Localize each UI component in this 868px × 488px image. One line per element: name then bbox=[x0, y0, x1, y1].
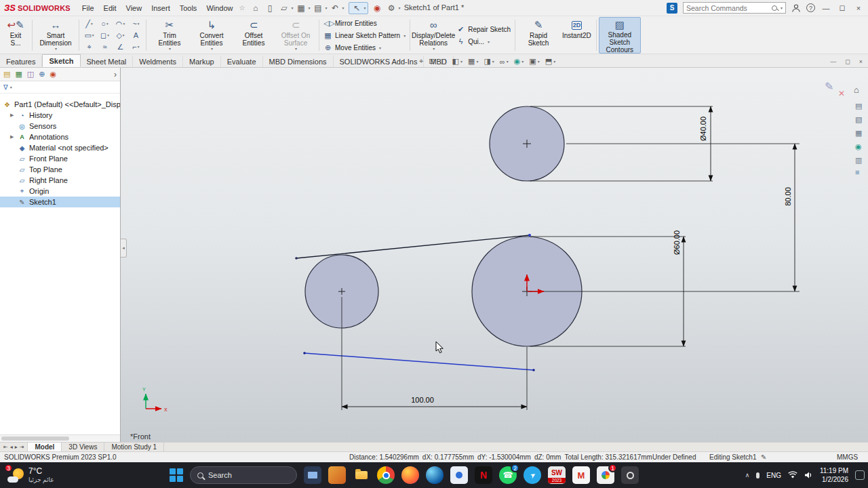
options-caret-icon[interactable]: ▾ bbox=[399, 5, 401, 10]
hidden-icons-chevron[interactable]: ∧ bbox=[745, 472, 750, 479]
arc-tool-icon[interactable]: ◠▾ bbox=[113, 18, 128, 30]
expand-chevron-icon[interactable]: ▶ bbox=[10, 113, 15, 118]
open-icon[interactable]: ▱ bbox=[277, 3, 290, 14]
text-tool-icon[interactable]: A bbox=[128, 30, 144, 41]
exit-sketch-corner-icon[interactable]: ✎ bbox=[825, 81, 833, 92]
shaded-sketch-contours-button[interactable]: ▨ Shaded Sketch Contours bbox=[599, 17, 641, 54]
wifi-icon[interactable] bbox=[788, 471, 797, 479]
photos-app-icon[interactable]: 1 bbox=[597, 466, 614, 484]
firefox-icon[interactable] bbox=[401, 466, 419, 484]
camera-app-icon[interactable] bbox=[621, 466, 639, 484]
view-strip-icon[interactable]: ▧ bbox=[855, 115, 862, 123]
doc-minimize-icon[interactable]: — bbox=[830, 58, 836, 65]
tab-motion-study-1[interactable]: Motion Study 1 bbox=[104, 443, 164, 451]
netflix-icon[interactable]: N bbox=[475, 466, 492, 484]
microphone-tray-icon[interactable] bbox=[756, 472, 760, 479]
solidworks-app-icon[interactable]: SW2023 bbox=[548, 466, 566, 484]
sketch-line-bottom[interactable] bbox=[304, 353, 534, 370]
quick-snaps-caret-icon[interactable]: ▾ bbox=[488, 39, 490, 44]
expand-chevron-icon[interactable]: ▶ bbox=[10, 134, 15, 140]
help-icon[interactable]: ? bbox=[806, 3, 815, 12]
next-tab-icon[interactable]: ▸ bbox=[15, 444, 18, 450]
section-view-icon[interactable]: ◧▾ bbox=[452, 57, 462, 66]
open-caret-icon[interactable]: ▾ bbox=[291, 5, 293, 10]
exit-sketch-button[interactable]: ↩✎ Exit S... bbox=[1, 17, 30, 54]
smart-dimension-button[interactable]: ↔ Smart Dimension ▾ bbox=[35, 17, 77, 54]
sketch-point[interactable] bbox=[532, 369, 535, 371]
tab-model[interactable]: Model bbox=[28, 443, 62, 451]
print-caret-icon[interactable]: ▾ bbox=[326, 5, 328, 10]
tree-item-top-plane[interactable]: ▱ Top Plane bbox=[0, 164, 120, 175]
polygon-tool-icon[interactable]: ◇▾ bbox=[113, 30, 128, 41]
tab-mbd-dimensions[interactable]: MBD Dimensions bbox=[263, 56, 334, 67]
tree-filter-bar[interactable]: ∇ ▾ bbox=[0, 81, 120, 94]
display-delete-relations-button[interactable]: ∞ Display/Delete Relations ▾ bbox=[412, 17, 454, 54]
tree-item-right-plane[interactable]: ▱ Right Plane bbox=[0, 175, 120, 186]
rectangle-tool-icon[interactable]: ▭▾ bbox=[81, 30, 97, 41]
weather-widget[interactable]: 3 7°C غائم جزئيا bbox=[3, 464, 58, 486]
menu-file[interactable]: File bbox=[77, 2, 99, 14]
move-entities-button[interactable]: ⊕Move Entities▾ bbox=[321, 43, 408, 53]
sketch-point[interactable] bbox=[303, 352, 306, 354]
menu-window[interactable]: Window bbox=[201, 2, 237, 14]
zoom-fit-icon[interactable]: ⌖ bbox=[419, 57, 423, 66]
view-strip-sphere-icon[interactable]: ◉ bbox=[855, 142, 862, 150]
undo-icon[interactable]: ↶ bbox=[329, 3, 342, 14]
dimension-80[interactable]: 80.00 bbox=[784, 187, 792, 206]
line-tool-icon[interactable]: ╱▾ bbox=[81, 18, 97, 30]
app-icon-orange[interactable] bbox=[328, 466, 346, 484]
trim-caret-icon[interactable]: ▾ bbox=[169, 47, 171, 52]
hide-show-items-icon[interactable]: ∞▾ bbox=[500, 58, 509, 66]
language-indicator[interactable]: ENG bbox=[766, 472, 781, 479]
angle-tool-icon[interactable]: ∠ bbox=[113, 41, 128, 53]
last-tab-icon[interactable]: ⇥ bbox=[20, 444, 24, 450]
circle-tool-icon[interactable]: ○▾ bbox=[97, 18, 113, 30]
filter-funnel-icon[interactable]: ∇ bbox=[3, 83, 8, 91]
spline-tool-icon[interactable]: ~▾ bbox=[128, 18, 144, 30]
previous-view-icon[interactable]: ◻ bbox=[440, 57, 446, 66]
chrome-icon[interactable] bbox=[377, 466, 395, 484]
convert-caret-icon[interactable]: ▾ bbox=[211, 47, 213, 52]
filter-caret-icon[interactable]: ▾ bbox=[10, 85, 12, 89]
telegram-icon[interactable]: ➤ bbox=[524, 466, 541, 484]
dimension-100[interactable]: 100.00 bbox=[411, 396, 434, 404]
menu-insert[interactable]: Insert bbox=[146, 2, 175, 14]
save-caret-icon[interactable]: ▾ bbox=[308, 5, 310, 10]
notification-center-icon[interactable] bbox=[855, 470, 865, 480]
view-orientation-icon[interactable]: ▦▾ bbox=[468, 57, 478, 66]
offset-entities-button[interactable]: ⊂ Offset Entities bbox=[233, 17, 275, 54]
linear-sketch-pattern-button[interactable]: ▦Linear Sketch Pattern▾ bbox=[321, 30, 408, 41]
gmail-icon[interactable]: M bbox=[572, 466, 590, 484]
tab-features[interactable]: Features bbox=[0, 56, 42, 67]
view-strip-icon[interactable]: ≡ bbox=[855, 168, 859, 176]
task-view-button[interactable] bbox=[304, 466, 321, 484]
doc-close-icon[interactable]: × bbox=[859, 58, 863, 65]
propertymanager-tab-icon[interactable]: ▦ bbox=[15, 70, 22, 79]
cancel-sketch-corner-icon[interactable]: ✕ bbox=[838, 89, 845, 98]
sketch-point[interactable] bbox=[295, 257, 298, 260]
displaymanager-tab-icon[interactable]: ◉ bbox=[50, 70, 56, 79]
whatsapp-icon[interactable]: ☎2 bbox=[499, 466, 517, 484]
view-strip-icon[interactable]: ▥ bbox=[855, 156, 862, 164]
view-settings-icon[interactable]: ⬒▾ bbox=[545, 57, 555, 66]
search-input[interactable] bbox=[686, 4, 769, 12]
print-icon[interactable]: ▤ bbox=[312, 3, 325, 14]
select-caret-icon[interactable]: ▾ bbox=[364, 5, 366, 10]
close-button[interactable]: × bbox=[853, 4, 864, 12]
instant2d-button[interactable]: 2D Instant2D bbox=[559, 17, 594, 54]
edit-appearance-icon[interactable]: ◉▾ bbox=[514, 57, 524, 66]
convert-entities-button[interactable]: ↳ Convert Entities ▾ bbox=[191, 17, 233, 54]
select-tool-icon[interactable]: ↖ bbox=[351, 3, 363, 14]
doc-restore-icon[interactable]: ◻ bbox=[845, 58, 850, 65]
tree-item-front-plane[interactable]: ▱ Front Plane bbox=[0, 153, 120, 164]
fillet-tool-icon[interactable]: ⌐▾ bbox=[128, 41, 144, 53]
options-gear-icon[interactable]: ⚙ bbox=[385, 3, 398, 14]
display-delete-caret-icon[interactable]: ▾ bbox=[433, 47, 435, 52]
command-search[interactable]: ▾ bbox=[683, 2, 786, 14]
slot-tool-icon[interactable]: ◻▾ bbox=[97, 30, 113, 41]
taskbar-search[interactable]: Search bbox=[190, 466, 297, 484]
configurationmanager-tab-icon[interactable]: ◫ bbox=[27, 70, 34, 79]
undo-caret-icon[interactable]: ▾ bbox=[342, 5, 344, 10]
tab-markup[interactable]: Markup bbox=[183, 56, 221, 67]
view-strip-icon[interactable]: ▦ bbox=[855, 129, 862, 137]
